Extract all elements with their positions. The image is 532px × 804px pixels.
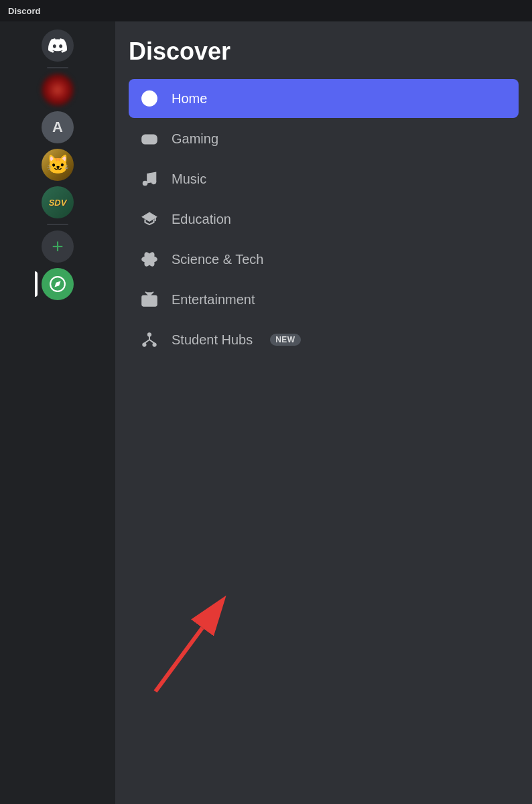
nav-gaming-label: Gaming [172, 131, 218, 147]
graduation-icon [139, 209, 159, 229]
nav-music-label: Music [172, 172, 206, 187]
svg-point-10 [151, 180, 156, 184]
category-nav: Home Gaming [129, 79, 519, 360]
svg-point-15 [148, 258, 151, 261]
server-icon-letter-a[interactable]: A [42, 111, 74, 143]
server-icon-sdv[interactable]: SDV [42, 186, 74, 218]
nav-item-gaming[interactable]: Gaming [129, 119, 519, 158]
nav-item-education[interactable]: Education [129, 200, 519, 239]
nav-student-hubs-label: Student Hubs [172, 332, 253, 348]
gamepad-icon [139, 129, 159, 149]
svg-marker-1 [54, 281, 60, 287]
atom-icon [139, 249, 159, 269]
nav-item-student-hubs[interactable]: Student Hubs NEW [129, 320, 519, 359]
sidebar-divider-2 [47, 224, 68, 225]
app-title: Discord [8, 6, 40, 16]
new-badge: NEW [270, 334, 301, 346]
svg-rect-16 [142, 296, 157, 306]
server-icon-game[interactable]: 🐱 [42, 149, 74, 181]
add-server-icon: + [52, 237, 64, 257]
svg-rect-4 [142, 135, 157, 144]
tv-icon [139, 289, 159, 310]
server-sidebar: A 🐱 SDV + [0, 21, 115, 804]
nav-item-science[interactable]: Science & Tech [129, 240, 519, 279]
sdv-label: SDV [49, 198, 67, 208]
nav-science-label: Science & Tech [172, 252, 264, 267]
svg-line-21 [144, 340, 149, 343]
main-content: Discover Home Ga [115, 21, 532, 804]
svg-line-22 [149, 340, 155, 343]
server-letter: A [52, 119, 63, 136]
page-title: Discover [129, 38, 519, 66]
game-face-icon: 🐱 [46, 155, 70, 174]
server-icon-blurred[interactable] [42, 74, 74, 106]
nav-item-entertainment[interactable]: Entertainment [129, 280, 519, 319]
nav-item-music[interactable]: Music [129, 159, 519, 198]
sidebar-divider-1 [47, 67, 68, 68]
compass-icon [139, 88, 159, 109]
server-icon-discord-home[interactable] [42, 29, 74, 62]
music-icon [139, 169, 159, 189]
nav-education-label: Education [172, 212, 231, 227]
server-icon-discover[interactable] [42, 268, 74, 300]
svg-point-9 [143, 181, 147, 186]
svg-point-8 [150, 139, 151, 141]
nav-entertainment-label: Entertainment [172, 292, 255, 308]
nav-home-label: Home [172, 91, 207, 107]
nav-item-home[interactable]: Home [129, 79, 519, 118]
server-icon-add[interactable]: + [42, 230, 74, 263]
network-icon [139, 330, 159, 350]
title-bar: Discord [0, 0, 532, 21]
